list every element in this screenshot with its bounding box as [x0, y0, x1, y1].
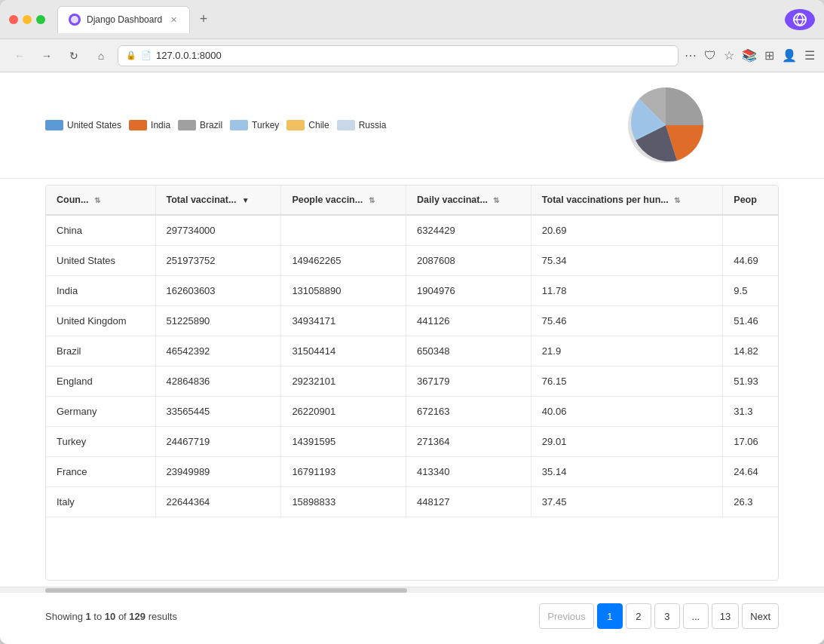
forward-button[interactable]: → — [36, 45, 57, 66]
table-row: England428648362923210136717976.1551.93 — [46, 366, 778, 397]
showing-text: Showing 1 to 10 of 129 results — [45, 611, 177, 622]
pagination-bar: Showing 1 to 10 of 129 results Previous1… — [0, 593, 824, 644]
table-cell-0-1: 297734000 — [155, 215, 281, 246]
pagination-controls: Previous123...13Next — [539, 603, 779, 629]
table-cell-6-2: 26220901 — [281, 397, 406, 427]
legend-left: United States India Brazil Turkey Chile … — [45, 120, 553, 130]
table-cell-5-1: 42864836 — [155, 366, 281, 397]
table-cell-7-5: 17.06 — [723, 427, 778, 457]
col-label-people-vaccinated: People vaccin... — [292, 195, 363, 205]
home-button[interactable]: ⌂ — [90, 45, 112, 66]
table-cell-2-2: 131058890 — [281, 276, 406, 306]
pagination-page-13[interactable]: 13 — [712, 603, 739, 629]
table-cell-8-5: 24.64 — [723, 457, 778, 487]
table-cell-6-4: 40.06 — [531, 397, 722, 427]
table-cell-1-1: 251973752 — [155, 246, 281, 276]
close-window-button[interactable] — [9, 15, 18, 24]
new-tab-button[interactable]: + — [193, 9, 214, 30]
table-cell-9-2: 15898833 — [281, 487, 406, 517]
col-label-total-per-hundred: Total vaccinations per hun... — [542, 195, 669, 205]
pagination-next-button[interactable]: Next — [742, 603, 779, 629]
table-cell-6-3: 672163 — [406, 397, 531, 427]
browser-icon — [785, 9, 815, 30]
svg-point-0 — [71, 16, 78, 23]
table-cell-2-1: 162603603 — [155, 276, 281, 306]
table-row: United States251973752149462265208760875… — [46, 246, 778, 276]
url-text: 127.0.0.1:8000 — [156, 50, 222, 61]
table-row: France239499891679119341334035.1424.64 — [46, 457, 778, 487]
menu-icon[interactable]: ☰ — [804, 48, 815, 63]
table-cell-5-4: 76.15 — [531, 366, 722, 397]
legend-item: Turkey — [230, 120, 279, 130]
table-header-row: Coun... ⇅ Total vaccinat... ▼ People vac… — [46, 186, 778, 215]
pagination-page-3[interactable]: 3 — [654, 603, 680, 629]
table-row: Brazil465423923150441465034821.914.82 — [46, 336, 778, 366]
legend-color-swatch — [230, 120, 248, 130]
shield-icon: 🛡 — [704, 49, 716, 63]
showing-total: 129 — [129, 611, 146, 622]
tab-close-button[interactable]: ✕ — [168, 14, 179, 25]
horizontal-scrollbar[interactable] — [0, 587, 824, 593]
col-header-total-per-hundred[interactable]: Total vaccinations per hun... ⇅ — [531, 186, 722, 215]
pagination-previous-button[interactable]: Previous — [539, 603, 594, 629]
table-cell-4-4: 21.9 — [531, 336, 722, 366]
table-row: Italy226443641589883344812737.4526.3 — [46, 487, 778, 517]
table-cell-9-1: 22644364 — [155, 487, 281, 517]
legend-item-label: Brazil — [200, 120, 222, 130]
back-button[interactable]: ← — [9, 45, 30, 66]
url-input[interactable]: 🔒 📄 127.0.0.1:8000 — [118, 45, 678, 66]
legend-item: United States — [45, 120, 121, 130]
showing-from: 1 — [85, 611, 90, 622]
table-row: Turkey244677191439159527136429.0117.06 — [46, 427, 778, 457]
legend-color-swatch — [286, 120, 305, 130]
legend-item-label: Chile — [308, 120, 329, 130]
scroll-thumb[interactable] — [45, 588, 407, 593]
maximize-window-button[interactable] — [36, 15, 45, 24]
table-row: India162603603131058890190497611.789.5 — [46, 276, 778, 306]
col-header-total-vaccinations[interactable]: Total vaccinat... ▼ — [155, 186, 281, 215]
table-cell-3-4: 75.46 — [531, 306, 722, 336]
sidebar-toggle-icon[interactable]: ⊞ — [764, 48, 774, 63]
table-cell-9-0: Italy — [46, 487, 155, 517]
table-cell-5-2: 29232101 — [281, 366, 406, 397]
table-cell-8-4: 35.14 — [531, 457, 722, 487]
col-header-people-vaccinated[interactable]: People vaccin... ⇅ — [281, 186, 406, 215]
active-tab[interactable]: Django Dashboard ✕ — [57, 6, 190, 33]
page-content: United States India Brazil Turkey Chile … — [0, 72, 824, 644]
table-cell-4-3: 650348 — [406, 336, 531, 366]
pagination-ellipsis: ... — [683, 603, 709, 629]
col-header-people-col: Peop — [723, 186, 778, 215]
page-icon: 📄 — [141, 51, 152, 60]
account-icon[interactable]: 👤 — [782, 48, 797, 63]
table-cell-9-3: 448127 — [406, 487, 531, 517]
minimize-window-button[interactable] — [23, 15, 32, 24]
col-header-daily-vaccinations[interactable]: Daily vaccinat... ⇅ — [406, 186, 531, 215]
table-cell-3-3: 441126 — [406, 306, 531, 336]
showing-to-prefix: to — [91, 611, 105, 622]
table-row: United Kingdom512258903493417144112675.4… — [46, 306, 778, 336]
pagination-page-1[interactable]: 1 — [597, 603, 623, 629]
table-cell-5-0: England — [46, 366, 155, 397]
legend-item-label: India — [151, 120, 170, 130]
col-header-country[interactable]: Coun... ⇅ — [46, 186, 155, 215]
table-row: Germany335654452622090167216340.0631.3 — [46, 397, 778, 427]
chart-right — [553, 80, 779, 170]
more-options-icon[interactable]: ⋯ — [685, 48, 697, 63]
tab-favicon — [69, 14, 81, 26]
security-icon: 🔒 — [126, 51, 136, 60]
table-cell-6-5: 31.3 — [723, 397, 778, 427]
pagination-page-2[interactable]: 2 — [626, 603, 651, 629]
reload-button[interactable]: ↻ — [63, 45, 84, 66]
sort-icon-people-vaccinated: ⇅ — [369, 196, 375, 204]
bookmark-icon[interactable]: ☆ — [724, 48, 734, 63]
title-bar: Django Dashboard ✕ + — [0, 0, 824, 39]
reading-mode-icon[interactable]: 📚 — [742, 48, 757, 63]
table-cell-7-3: 271364 — [406, 427, 531, 457]
legend-item-label: United States — [67, 120, 121, 130]
address-bar: ← → ↻ ⌂ 🔒 📄 127.0.0.1:8000 ⋯ 🛡 ☆ 📚 ⊞ 👤 ☰ — [0, 39, 824, 72]
legend-item-label: Russia — [359, 120, 387, 130]
table-cell-4-0: Brazil — [46, 336, 155, 366]
table-cell-9-5: 26.3 — [723, 487, 778, 517]
sort-icon-total-per-hundred: ⇅ — [674, 196, 680, 204]
table-cell-6-0: Germany — [46, 397, 155, 427]
